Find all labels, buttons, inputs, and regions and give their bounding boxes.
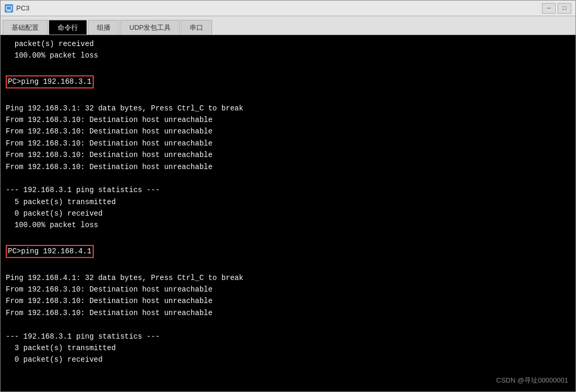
terminal-line: --- 192.168.3.1 ping statistics --- (6, 184, 570, 196)
terminal-line: --- 192.168.3.1 ping statistics --- (6, 331, 570, 342)
terminal-line: 100.00% packet loss (6, 50, 570, 61)
terminal-area[interactable]: packet(s) received 100.00% packet loss P… (1, 35, 575, 391)
title-bar: PC3 ─ □ (1, 1, 575, 16)
terminal-line: From 192.168.3.10: Destination host unre… (6, 126, 570, 137)
terminal-line: 5 packet(s) transmitted (6, 196, 570, 208)
tab-basic-config[interactable]: 基础配置 (3, 20, 48, 35)
terminal-line: 0 packet(s) received (6, 208, 570, 219)
terminal-line: 3 packet(s) transmitted (6, 342, 570, 354)
tab-command-line[interactable]: 命令行 (49, 20, 87, 35)
terminal-line: 100.00% packet loss (6, 219, 570, 231)
main-window: PC3 ─ □ 基础配置 命令行 组播 UDP发包工具 串口 packet(s)… (0, 0, 576, 392)
tab-bar: 基础配置 命令行 组播 UDP发包工具 串口 (1, 16, 575, 35)
title-bar-left: PC3 (5, 4, 29, 13)
command-input-line: PC>ping 192.168.3.1 (6, 75, 94, 88)
tab-udp-tool[interactable]: UDP发包工具 (120, 20, 180, 35)
terminal-line: From 192.168.3.10: Destination host unre… (6, 149, 570, 161)
terminal-line: From 192.168.3.10: Destination host unre… (6, 114, 570, 126)
terminal-line: packet(s) received (6, 38, 570, 50)
window-title: PC3 (16, 4, 29, 12)
terminal-line: Ping 192.168.3.1: 32 data bytes, Press C… (6, 103, 570, 114)
title-controls: ─ □ (542, 3, 571, 14)
tab-serial[interactable]: 串口 (181, 20, 212, 35)
maximize-button[interactable]: □ (558, 3, 571, 14)
app-icon (5, 4, 13, 13)
watermark: CSDN @寻址00000001 (496, 376, 568, 385)
terminal-line: From 192.168.3.10: Destination host unre… (6, 161, 570, 173)
terminal-line: From 192.168.3.10: Destination host unre… (6, 284, 570, 295)
terminal-line: Ping 192.168.4.1: 32 data bytes, Press C… (6, 272, 570, 284)
terminal-line: From 192.168.3.10: Destination host unre… (6, 295, 570, 307)
minimize-button[interactable]: ─ (542, 3, 556, 14)
tab-multicast[interactable]: 组播 (88, 20, 119, 35)
command-input-line: PC>ping 192.168.4.1 (6, 245, 94, 258)
terminal-line: From 192.168.3.10: Destination host unre… (6, 138, 570, 149)
terminal-line: 0 packet(s) received (6, 354, 570, 365)
terminal-line: From 192.168.3.10: Destination host unre… (6, 307, 570, 319)
svg-rect-0 (6, 6, 12, 10)
